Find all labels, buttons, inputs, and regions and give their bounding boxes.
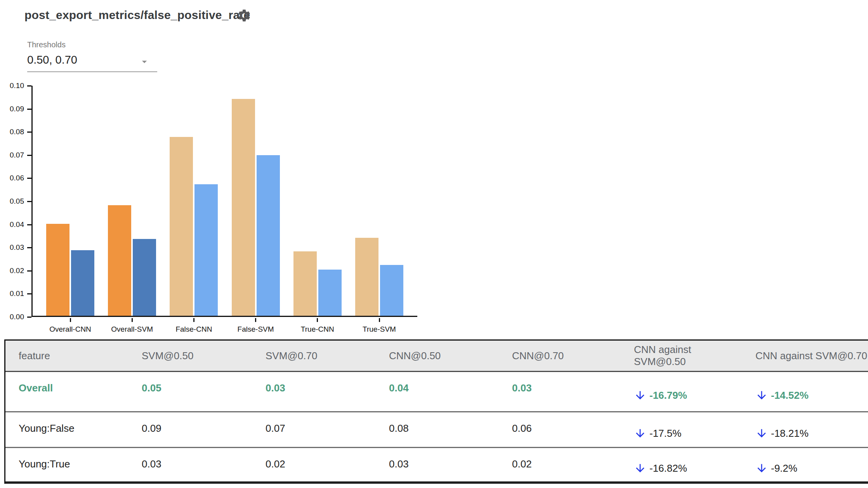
- metric-diff-cell: -17.5%: [621, 412, 742, 447]
- diff-percentage: -18.21%: [771, 427, 809, 440]
- metric-diff-cell: -16.82%: [621, 448, 742, 481]
- gear-icon: [237, 8, 252, 23]
- diff-percentage: -17.5%: [649, 427, 681, 440]
- y-axis-tick: [27, 293, 31, 294]
- column-header: SVM@0.50: [128, 341, 252, 371]
- decrease-arrow-icon: [755, 462, 768, 474]
- x-axis-tick: [379, 318, 380, 322]
- bar: [170, 137, 193, 316]
- y-axis-tick: [27, 201, 31, 202]
- metric-value-cell: 0.08: [376, 412, 499, 447]
- bar: [232, 99, 255, 316]
- plot-area: [31, 86, 417, 317]
- decrease-arrow-icon: [634, 462, 646, 474]
- decrease-arrow-icon: [634, 427, 646, 440]
- x-axis-tick: [132, 318, 133, 322]
- y-axis-tick: [27, 85, 31, 87]
- bar: [355, 238, 378, 316]
- decrease-arrow-icon: [755, 389, 768, 401]
- table-row: Overall0.050.030.040.03-16.79%-14.52%: [5, 372, 868, 412]
- y-axis-tick: [27, 317, 31, 318]
- feature-name-cell: Young:False: [5, 412, 128, 447]
- diff-percentage: -9.2%: [771, 462, 797, 474]
- metric-value-cell: 0.02: [499, 448, 621, 481]
- column-header: CNN against SVM@0.70: [742, 341, 868, 371]
- thresholds-label: Thresholds: [27, 40, 66, 49]
- column-header: CNN@0.50: [376, 341, 499, 371]
- x-axis-tick: [70, 318, 71, 322]
- diff-percentage: -16.82%: [649, 462, 687, 474]
- x-axis-tick: [193, 318, 194, 322]
- metric-value-cell: 0.03: [499, 372, 621, 411]
- y-axis-tick: [27, 109, 31, 110]
- y-axis-tick: [27, 247, 31, 248]
- y-axis-tick-label: 0.03: [0, 244, 24, 251]
- y-axis-tick: [27, 178, 31, 179]
- bar: [46, 224, 69, 316]
- x-axis-category-label: Overall-SVM: [101, 325, 163, 334]
- decrease-arrow-icon: [755, 427, 768, 440]
- y-axis-tick-label: 0.01: [0, 290, 24, 298]
- y-axis-tick-label: 0.08: [0, 128, 24, 136]
- metric-title: post_export_metrics/false_positive_rate: [24, 9, 250, 22]
- y-axis-tick: [27, 132, 31, 133]
- x-axis-tick: [317, 318, 318, 322]
- metric-value-cell: 0.03: [376, 448, 499, 481]
- bar: [71, 250, 94, 316]
- metric-diff-cell: -14.52%: [742, 372, 868, 411]
- diff-percentage: -14.52%: [771, 389, 809, 401]
- settings-icon[interactable]: [236, 8, 252, 24]
- metric-value-cell: 0.03: [128, 448, 252, 481]
- metric-diff-cell: -18.21%: [742, 412, 868, 447]
- x-axis-category-label: True-CNN: [286, 325, 349, 334]
- y-axis-tick-label: 0.02: [0, 267, 24, 275]
- column-header: SVM@0.70: [252, 341, 376, 371]
- y-axis-tick-label: 0.00: [0, 313, 24, 321]
- bar: [194, 184, 218, 316]
- bar: [293, 251, 317, 316]
- bar: [318, 270, 342, 316]
- metric-value-cell: 0.04: [376, 372, 499, 411]
- y-axis-tick-label: 0.05: [0, 197, 24, 205]
- feature-name-cell: Young:True: [5, 448, 128, 481]
- x-axis-category-label: False-SVM: [225, 325, 287, 334]
- dropdown-arrow-icon: [139, 56, 150, 67]
- metric-panel: post_export_metrics/false_positive_rate …: [0, 0, 868, 488]
- column-header: CNN@0.70: [499, 341, 621, 371]
- y-axis-tick: [27, 224, 31, 225]
- metric-diff-cell: -16.79%: [621, 372, 742, 411]
- y-axis-tick-label: 0.06: [0, 174, 24, 182]
- x-axis-category-label: False-CNN: [163, 325, 225, 334]
- metric-value-cell: 0.07: [252, 412, 376, 447]
- thresholds-select[interactable]: 0.50, 0.70: [27, 51, 157, 72]
- table-row: Young:False0.090.070.080.06-17.5%-18.21%: [5, 412, 868, 448]
- y-axis-tick: [27, 270, 31, 272]
- x-axis-category-label: Overall-CNN: [39, 325, 101, 334]
- feature-name-cell: Overall: [5, 372, 128, 411]
- bar: [108, 205, 131, 316]
- x-axis-category-label: True-SVM: [348, 325, 410, 334]
- thresholds-value: 0.50, 0.70: [27, 51, 157, 68]
- y-axis-tick-label: 0.07: [0, 151, 24, 159]
- metric-value-cell: 0.03: [252, 372, 376, 411]
- bar: [257, 155, 280, 316]
- y-axis-tick: [27, 155, 31, 156]
- metrics-table: featureSVM@0.50SVM@0.70CNN@0.50CNN@0.70C…: [4, 339, 868, 484]
- metric-value-cell: 0.09: [128, 412, 252, 447]
- bar: [380, 265, 403, 316]
- metric-value-cell: 0.05: [128, 372, 252, 411]
- y-axis-tick-label: 0.04: [0, 221, 24, 228]
- bar-chart: 0.000.010.020.030.040.050.060.070.080.09…: [0, 86, 427, 350]
- table-row: Young:True0.030.020.030.02-16.82%-9.2%: [5, 448, 868, 484]
- y-axis-tick-label: 0.10: [0, 82, 24, 90]
- decrease-arrow-icon: [634, 389, 646, 401]
- column-header: feature: [5, 341, 128, 371]
- bar: [133, 239, 156, 316]
- metric-value-cell: 0.06: [499, 412, 621, 447]
- x-axis-tick: [255, 318, 256, 322]
- column-header: CNN against SVM@0.50: [621, 341, 742, 371]
- metric-diff-cell: -9.2%: [742, 448, 868, 481]
- table-header-row: featureSVM@0.50SVM@0.70CNN@0.50CNN@0.70C…: [5, 341, 868, 372]
- y-axis-tick-label: 0.09: [0, 105, 24, 113]
- diff-percentage: -16.79%: [649, 389, 687, 401]
